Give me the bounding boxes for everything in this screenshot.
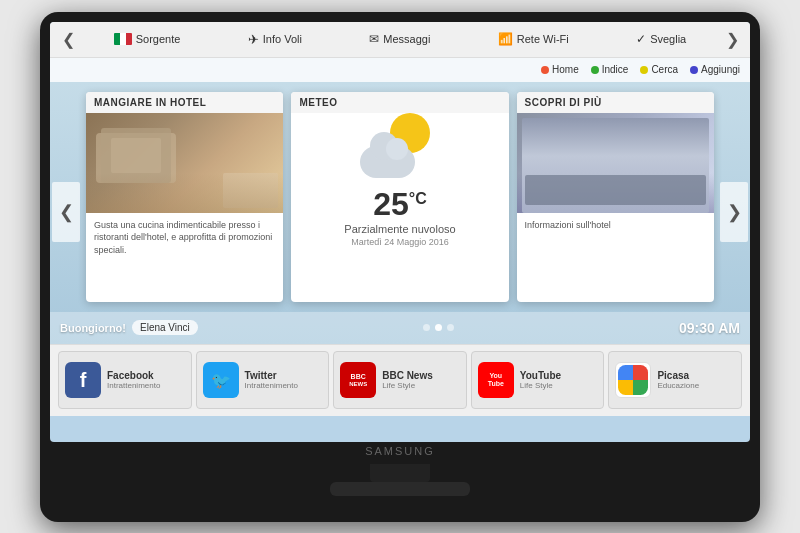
subnav-cerca[interactable]: Cerca: [640, 64, 678, 75]
aggiungi-label: Aggiungi: [701, 64, 740, 75]
youtube-info: YouTube Life Style: [520, 370, 561, 390]
temperature-value: 25: [373, 186, 409, 223]
app-tile-facebook[interactable]: f Facebook Intrattenimento: [58, 351, 192, 409]
bbc-icon: BBC NEWS: [340, 362, 376, 398]
picasa-info: Picasa Educazione: [657, 370, 699, 390]
card-mangiare[interactable]: MANGIARE IN HOTEL Gusta una cucina indim…: [86, 92, 283, 302]
red-dot: [541, 66, 549, 74]
bbc-name: BBC News: [382, 370, 433, 381]
blue-dot: [690, 66, 698, 74]
nav-item-info-voli[interactable]: ✈ Info Voli: [240, 28, 310, 51]
messaggi-label: Messaggi: [383, 33, 430, 45]
twitter-category: Intrattenimento: [245, 381, 298, 390]
card-scopri[interactable]: SCOPRI DI PIÙ Informazioni sull'hotel: [517, 92, 714, 302]
indice-label: Indice: [602, 64, 629, 75]
rome-photo: [517, 113, 714, 213]
weather-icon-area: [360, 123, 440, 178]
main-content: ❮ MANGIARE IN HOTEL Gusta una cucina i: [50, 82, 750, 344]
tv-stand-neck: [370, 464, 430, 482]
app-tile-youtube[interactable]: YouTube YouTube Life Style: [471, 351, 605, 409]
temperature-unit: °C: [409, 190, 427, 208]
cerca-label: Cerca: [651, 64, 678, 75]
picasa-category: Educazione: [657, 381, 699, 390]
dot-2: [447, 324, 454, 331]
rete-wifi-label: Rete Wi-Fi: [517, 33, 569, 45]
card-meteo[interactable]: METEO 25 °C Parzialmente nuvoloso: [291, 92, 508, 302]
facebook-icon: f: [65, 362, 101, 398]
info-bar: Buongiorno! Elena Vinci 09:30 AM: [50, 312, 750, 344]
tv-stand-base: [330, 482, 470, 496]
yellow-dot: [640, 66, 648, 74]
weather-description: Parzialmente nuvoloso: [344, 223, 455, 235]
temperature-display: 25 °C: [373, 186, 427, 223]
flag-icon: [114, 33, 132, 45]
app-tile-twitter[interactable]: 🐦 Twitter Intrattenimento: [196, 351, 330, 409]
wifi-icon: 📶: [498, 32, 513, 46]
tv-screen: ❮ Sorgente ✈ Info Voli ✉ Messaggi: [50, 22, 750, 442]
dots-indicator: [198, 324, 679, 331]
card-scopri-title: SCOPRI DI PIÙ: [517, 92, 714, 113]
nav-item-sorgente[interactable]: Sorgente: [106, 29, 189, 49]
cloud-icon: [360, 146, 415, 178]
card-mangiare-image: [86, 113, 283, 213]
tv-bezel-bottom: SAMSUNG: [50, 442, 750, 464]
sveglia-label: Sveglia: [650, 33, 686, 45]
tv-body: ❮ Sorgente ✈ Info Voli ✉ Messaggi: [40, 12, 760, 522]
apps-bar: f Facebook Intrattenimento 🐦 Twitter Int…: [50, 344, 750, 416]
nav-forward-button[interactable]: ❯: [720, 27, 744, 51]
dot-0: [423, 324, 430, 331]
food-photo: [86, 113, 283, 213]
envelope-icon: ✉: [369, 32, 379, 46]
cards-row: MANGIARE IN HOTEL Gusta una cucina indim…: [50, 82, 750, 312]
nav-items: Sorgente ✈ Info Voli ✉ Messaggi 📶 Rete W…: [80, 28, 720, 51]
youtube-icon: YouTube: [478, 362, 514, 398]
carousel-left-arrow[interactable]: ❮: [52, 182, 80, 242]
facebook-name: Facebook: [107, 370, 160, 381]
card-scopri-subtitle: Informazioni sull'hotel: [517, 213, 714, 238]
picasa-name: Picasa: [657, 370, 699, 381]
subnav-indice[interactable]: Indice: [591, 64, 629, 75]
bbc-info: BBC News Life Style: [382, 370, 433, 390]
subnav-home[interactable]: Home: [541, 64, 579, 75]
nav-item-messaggi[interactable]: ✉ Messaggi: [361, 28, 438, 50]
twitter-info: Twitter Intrattenimento: [245, 370, 298, 390]
bbc-category: Life Style: [382, 381, 433, 390]
clock-icon: ✓: [636, 32, 646, 46]
card-meteo-title: METEO: [291, 92, 508, 113]
sub-nav: Home Indice Cerca Aggiungi: [50, 58, 750, 82]
nav-item-sveglia[interactable]: ✓ Sveglia: [628, 28, 694, 50]
twitter-icon: 🐦: [203, 362, 239, 398]
nav-item-rete-wifi[interactable]: 📶 Rete Wi-Fi: [490, 28, 577, 50]
picasa-icon: [615, 362, 651, 398]
app-tile-bbc[interactable]: BBC NEWS BBC News Life Style: [333, 351, 467, 409]
samsung-logo: SAMSUNG: [365, 445, 435, 457]
plane-icon: ✈: [248, 32, 259, 47]
card-mangiare-description: Gusta una cucina indimenticabile presso …: [86, 213, 283, 263]
card-mangiare-title: MANGIARE IN HOTEL: [86, 92, 283, 113]
user-badge: Elena Vinci: [132, 320, 198, 335]
youtube-name: YouTube: [520, 370, 561, 381]
nav-back-button[interactable]: ❮: [56, 27, 80, 51]
sorgente-label: Sorgente: [136, 33, 181, 45]
subnav-aggiungi[interactable]: Aggiungi: [690, 64, 740, 75]
time-display: 09:30 AM: [679, 320, 740, 336]
facebook-category: Intrattenimento: [107, 381, 160, 390]
nav-bar: ❮ Sorgente ✈ Info Voli ✉ Messaggi: [50, 22, 750, 58]
carousel-right-arrow[interactable]: ❯: [720, 182, 748, 242]
weather-date: Martedì 24 Maggio 2016: [351, 237, 449, 247]
green-dot: [591, 66, 599, 74]
dot-1: [435, 324, 442, 331]
card-scopri-image: [517, 113, 714, 213]
app-tile-picasa[interactable]: Picasa Educazione: [608, 351, 742, 409]
home-label: Home: [552, 64, 579, 75]
info-voli-label: Info Voli: [263, 33, 302, 45]
youtube-category: Life Style: [520, 381, 561, 390]
weather-content: 25 °C Parzialmente nuvoloso Martedì 24 M…: [291, 113, 508, 302]
facebook-info: Facebook Intrattenimento: [107, 370, 160, 390]
greeting-text: Buongiorno!: [60, 322, 126, 334]
twitter-name: Twitter: [245, 370, 298, 381]
